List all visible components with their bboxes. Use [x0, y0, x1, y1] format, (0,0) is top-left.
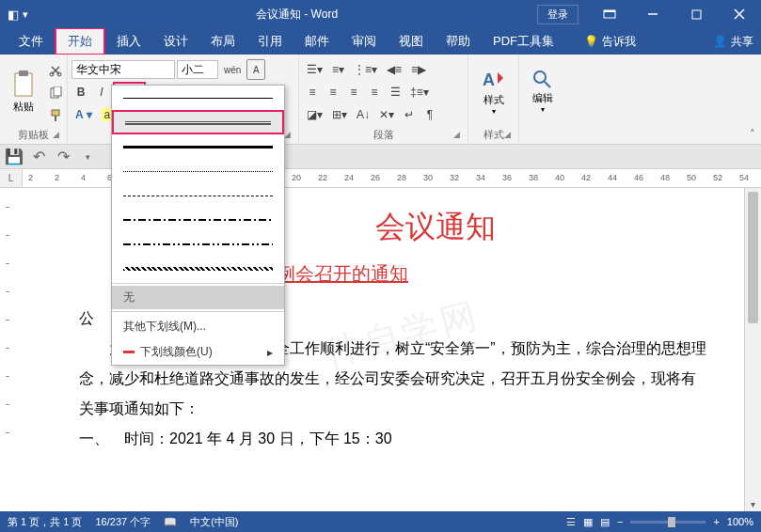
styles-button[interactable]: A 样式 ▾: [472, 56, 515, 126]
tab-references[interactable]: 引用: [246, 29, 293, 54]
zoom-out-button[interactable]: −: [617, 516, 623, 527]
qat-customize-button[interactable]: ▾: [77, 147, 98, 167]
tab-selector[interactable]: L: [0, 169, 23, 187]
clipboard-icon: [11, 70, 36, 98]
tab-mailings[interactable]: 邮件: [293, 29, 341, 54]
zoom-in-button[interactable]: +: [713, 516, 719, 527]
copy-button[interactable]: [45, 83, 66, 103]
asian-layout-button[interactable]: ✕▾: [375, 104, 398, 125]
word-count[interactable]: 16/237 个字: [95, 515, 151, 529]
ribbon-options-button[interactable]: [588, 0, 631, 28]
page-indicator[interactable]: 第 1 页，共 1 页: [8, 515, 82, 529]
increase-indent-button[interactable]: ≡▶: [407, 59, 430, 80]
spell-check-icon[interactable]: 📖: [164, 516, 177, 528]
shading-button[interactable]: ◪▾: [303, 104, 326, 125]
web-layout-button[interactable]: ▤: [600, 516, 610, 528]
underline-thick[interactable]: [112, 134, 284, 159]
tab-home[interactable]: 开始: [55, 27, 105, 55]
underline-dash-dot-dot[interactable]: [112, 232, 284, 257]
zoom-level[interactable]: 100%: [727, 516, 753, 527]
brush-icon: [49, 109, 62, 122]
find-icon: [531, 69, 554, 91]
tab-help[interactable]: 帮助: [435, 29, 482, 54]
tab-review[interactable]: 审阅: [341, 29, 388, 54]
clipboard-dialog-launcher[interactable]: ◢: [53, 130, 64, 141]
underline-none[interactable]: 无: [112, 286, 284, 309]
tab-file[interactable]: 文件: [8, 29, 55, 54]
underline-dotted[interactable]: [112, 159, 284, 183]
svg-text:A: A: [483, 70, 495, 89]
scroll-down-button[interactable]: ▾: [745, 496, 761, 511]
line-spacing-button[interactable]: ‡≡▾: [406, 82, 433, 102]
svg-rect-11: [54, 86, 61, 96]
align-right-button[interactable]: ≡: [344, 82, 363, 102]
font-dialog-launcher[interactable]: ◢: [284, 130, 295, 141]
redo-button[interactable]: ↷: [53, 147, 73, 167]
maximize-button[interactable]: [674, 0, 718, 28]
vertical-scrollbar[interactable]: ▴ ▾: [744, 188, 761, 511]
quicksave-icon[interactable]: ▾: [23, 8, 28, 21]
tab-pdf[interactable]: PDF工具集: [482, 29, 565, 54]
numbering-button[interactable]: ≡▾: [328, 59, 348, 80]
undo-button[interactable]: ↶: [28, 147, 49, 167]
underline-dashed[interactable]: [112, 183, 284, 208]
svg-rect-1: [604, 10, 615, 12]
vertical-ruler[interactable]: [0, 188, 23, 511]
read-mode-button[interactable]: ☰: [566, 516, 576, 528]
tab-design[interactable]: 设计: [152, 29, 199, 54]
font-family-select[interactable]: [71, 60, 175, 79]
close-button[interactable]: [718, 0, 761, 28]
svg-rect-7: [19, 70, 28, 76]
bold-button[interactable]: B: [71, 82, 90, 102]
login-button[interactable]: 登录: [537, 5, 579, 24]
print-layout-button[interactable]: ▦: [583, 516, 593, 528]
enclose-char-button[interactable]: A: [246, 59, 265, 80]
show-marks-button[interactable]: ↵: [400, 104, 419, 125]
phonetic-guide-button[interactable]: wén: [220, 59, 245, 80]
cut-button[interactable]: [45, 60, 66, 81]
italic-button[interactable]: I: [92, 82, 111, 102]
underline-single[interactable]: [112, 86, 284, 110]
format-painter-button[interactable]: [45, 105, 66, 126]
align-left-button[interactable]: ≡: [303, 82, 322, 102]
language-indicator[interactable]: 中文(中国): [190, 515, 238, 529]
underline-wave[interactable]: [112, 257, 284, 281]
paste-button[interactable]: 粘贴: [4, 56, 43, 126]
share-button[interactable]: 👤共享: [713, 34, 753, 50]
scroll-thumb[interactable]: [748, 192, 758, 323]
align-center-button[interactable]: ≡: [324, 82, 342, 102]
underline-dash-dot[interactable]: [112, 208, 284, 232]
chevron-right-icon: ▸: [267, 346, 273, 359]
scissors-icon: [49, 64, 62, 77]
underline-color[interactable]: 下划线颜色(U)▸: [112, 339, 284, 365]
justify-button[interactable]: ≡: [365, 82, 384, 102]
font-size-select[interactable]: [177, 60, 218, 79]
tab-view[interactable]: 视图: [388, 29, 435, 54]
editing-button[interactable]: 编辑 ▾: [523, 56, 563, 126]
paragraph-dialog-launcher[interactable]: ◢: [453, 130, 465, 141]
decrease-indent-button[interactable]: ◀≡: [383, 59, 405, 80]
sort-button[interactable]: A↓: [353, 104, 373, 125]
underline-dropdown-menu: 无 其他下划线(M)... 下划线颜色(U)▸: [111, 85, 285, 366]
styles-dialog-launcher[interactable]: ◢: [504, 130, 515, 141]
tell-me[interactable]: 💡告诉我: [584, 34, 636, 50]
zoom-slider[interactable]: [630, 521, 706, 524]
autosave-icon[interactable]: ◧: [8, 8, 19, 22]
underline-double-thick[interactable]: [112, 110, 284, 134]
window-title: 会议通知 - Word: [56, 7, 537, 23]
tab-insert[interactable]: 插入: [105, 29, 152, 54]
collapse-ribbon-button[interactable]: ˄: [750, 128, 755, 140]
paragraph-sort-button[interactable]: ¶: [420, 104, 439, 125]
underline-more[interactable]: 其他下划线(M)...: [112, 314, 284, 339]
save-button[interactable]: 💾: [4, 147, 24, 167]
distribute-button[interactable]: ☰: [386, 82, 404, 102]
paragraph-group-label: 段落: [299, 128, 468, 142]
minimize-button[interactable]: [631, 0, 674, 28]
text-effect-button[interactable]: A ▾: [71, 104, 96, 125]
borders-button[interactable]: ⊞▾: [328, 104, 351, 125]
multilevel-button[interactable]: ⋮≡▾: [350, 59, 381, 80]
statusbar: 第 1 页，共 1 页 16/237 个字 📖 中文(中国) ☰ ▦ ▤ − +…: [0, 511, 761, 532]
bullets-button[interactable]: ☰▾: [303, 59, 326, 80]
tab-layout[interactable]: 布局: [199, 29, 246, 54]
svg-rect-12: [52, 110, 59, 116]
